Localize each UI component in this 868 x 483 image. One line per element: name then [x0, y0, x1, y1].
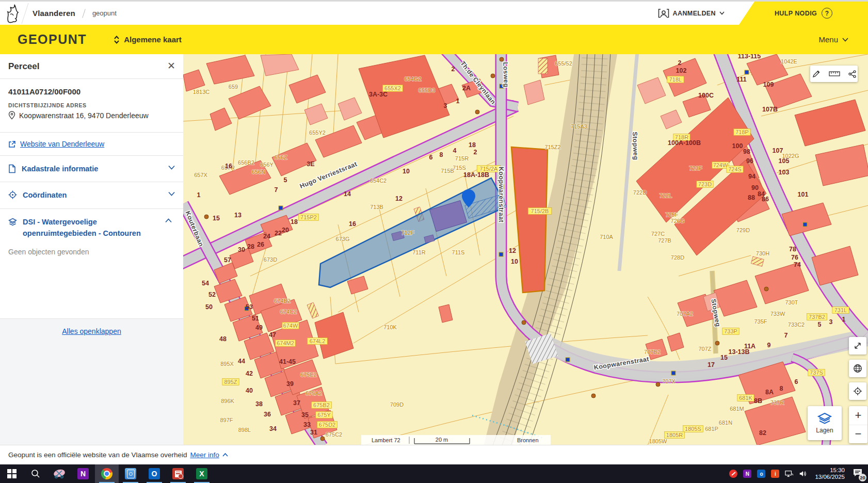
parcel-label: 673G — [336, 236, 350, 242]
volume-icon[interactable] — [799, 470, 807, 478]
parcel-label: 1042E — [781, 58, 797, 65]
municipality-website-link[interactable]: Website van Denderleeuw — [20, 140, 104, 148]
parcel-label: 737B2 — [809, 314, 825, 320]
share-icon[interactable] — [848, 70, 856, 78]
clock-time: 15:30 — [815, 467, 845, 474]
house-number: 100 — [732, 142, 743, 150]
breadcrumb-geopunt[interactable]: geopunt — [92, 9, 117, 17]
taskbar-chrome[interactable] — [95, 464, 119, 483]
parcel-label: 715B — [441, 168, 454, 174]
layers-panel-button[interactable]: Lagen — [808, 406, 842, 440]
taskbar-outlook[interactable]: O — [142, 464, 166, 483]
map-selector[interactable]: Algemene kaart — [114, 35, 182, 44]
panel-footer-section: Alles openklappen — [0, 318, 183, 445]
house-number: 107 — [773, 147, 783, 154]
locate-me-button[interactable] — [849, 382, 866, 400]
brand-vlaanderen[interactable]: Vlaanderen — [33, 9, 75, 18]
excel-icon: X — [196, 468, 207, 479]
parcel-label: 1805R — [666, 432, 683, 438]
outlook-tray-icon[interactable]: o — [757, 470, 765, 478]
house-number: 12 — [395, 195, 403, 202]
onenote-tray-icon[interactable]: N — [743, 470, 751, 478]
target-icon — [8, 190, 17, 199]
menu-button[interactable]: Menu — [818, 35, 848, 44]
parcel-label: 675D2 — [319, 422, 335, 428]
taskbar-eid-viewer[interactable] — [119, 464, 142, 483]
house-number: 6 — [429, 154, 433, 161]
parcel-label: 726G — [671, 218, 685, 224]
accordion-label: Kadastrale informatie — [22, 163, 163, 174]
parcel-label: 728D — [671, 254, 684, 261]
close-icon[interactable]: ✕ — [166, 60, 177, 72]
info-tray-icon[interactable]: i — [771, 470, 779, 478]
zoom-out-button[interactable]: − — [849, 425, 867, 444]
accordion-kadastrale-informatie[interactable]: Kadastrale informatie — [0, 156, 183, 182]
house-number: 28 — [247, 243, 254, 250]
accordion-dsi-watergevoelige[interactable]: DSI - Watergevoelige openruimtegebieden … — [0, 209, 183, 247]
taskbar-excel[interactable]: X — [190, 464, 214, 483]
fullscreen-button[interactable] — [849, 337, 866, 355]
parcel-label: 730H — [756, 250, 769, 256]
more-info-link[interactable]: Meer info — [190, 451, 219, 459]
taskbar-snipping-tool[interactable] — [47, 464, 71, 483]
house-number: 39 — [286, 380, 294, 388]
parcel-label: 724S — [728, 166, 742, 172]
parcel-id: 41011A0712/00F000 — [0, 79, 183, 98]
parcel-label: 723F — [689, 165, 702, 171]
antivirus-tray-icon[interactable] — [729, 470, 737, 478]
parcel-label: 1805W — [649, 438, 667, 444]
taskbar-search-button[interactable] — [24, 464, 47, 483]
scale-label: 20 m — [436, 437, 448, 443]
parcel-label: 896K — [221, 398, 234, 404]
onenote-icon: N — [77, 468, 89, 479]
house-number: 1 — [456, 98, 460, 105]
parcel-label: 674B2 — [274, 298, 291, 304]
house-number: 3 — [444, 102, 447, 109]
house-number: 17 — [708, 361, 715, 368]
house-number: 26 — [257, 241, 264, 248]
house-number: 15 — [213, 215, 220, 222]
house-number: 13 — [234, 212, 242, 219]
house-number: 47 — [269, 331, 276, 339]
panel-title: Perceel — [0, 54, 183, 78]
parcel-label: 725F — [665, 212, 678, 218]
parcel-label: 707A2 — [677, 311, 693, 317]
house-number: 24 — [263, 233, 270, 240]
street-name: Stopweg — [631, 132, 639, 160]
globe-icon — [853, 364, 862, 373]
house-number: 105 — [779, 157, 790, 165]
house-number: 11A — [744, 343, 756, 350]
house-number: 42 — [246, 370, 253, 377]
taskbar-planner[interactable] — [166, 464, 190, 483]
parcel-label: 707Z — [698, 346, 711, 352]
house-number: 100A-100B — [668, 139, 701, 147]
house-number: 15 — [720, 354, 728, 361]
expand-all-link[interactable]: Alles openklappen — [62, 327, 121, 335]
draw-pencil-icon[interactable] — [812, 70, 821, 78]
map-canvas[interactable]: 6591813C655X2654G2655D3655Y2656Z656B2656… — [183, 54, 868, 445]
help-button[interactable]: HULP NODIG ? — [739, 2, 868, 25]
parcel-label: 722D — [633, 189, 647, 196]
house-number: 2 — [678, 59, 682, 67]
calendar-clock-icon — [172, 468, 184, 479]
parcel-label: 727B — [658, 237, 671, 244]
geopunt-logo[interactable]: GEOPUNT — [18, 32, 87, 47]
taskbar-clock[interactable]: 15:30 13/06/2025 — [813, 467, 847, 480]
login-button[interactable]: AANMELDEN — [658, 2, 725, 25]
measure-ruler-icon[interactable] — [829, 70, 840, 77]
start-button[interactable] — [0, 464, 24, 483]
parcel-label: 655/52 — [555, 60, 572, 67]
house-number: 18 — [291, 218, 298, 226]
taskbar-onenote[interactable]: N — [71, 464, 95, 483]
zoom-in-button[interactable]: + — [849, 406, 867, 425]
parcel-label: 735F — [754, 318, 767, 325]
globe-button[interactable] — [849, 360, 866, 377]
house-number: 7 — [275, 186, 278, 194]
house-number: 84 — [758, 190, 765, 198]
house-number: 1 — [842, 316, 846, 323]
notification-center-button[interactable]: 20 — [853, 468, 863, 479]
accordion-coordinaten[interactable]: Coördinaten — [0, 182, 183, 208]
network-icon[interactable] — [785, 470, 793, 478]
house-number: 1 — [197, 191, 201, 199]
parcel-label: 675A2 — [306, 390, 322, 396]
